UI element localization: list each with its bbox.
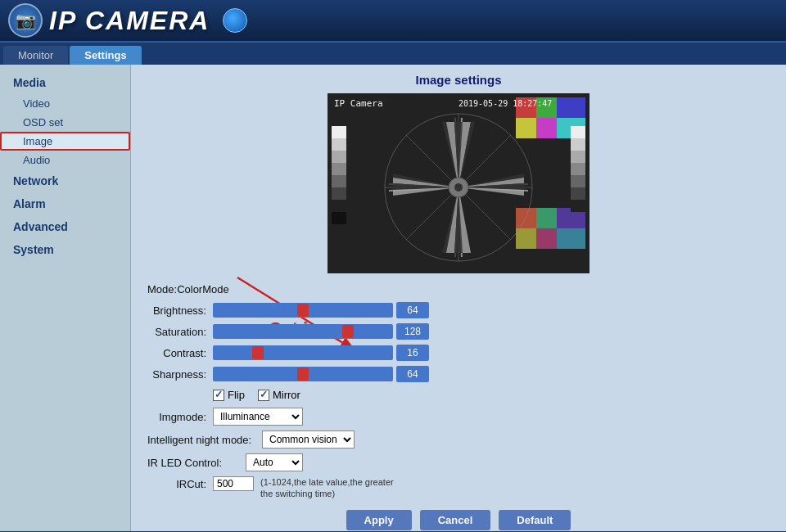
svg-rect-24 (332, 163, 346, 175)
saturation-slider[interactable] (213, 324, 393, 339)
sidebar-section-advanced[interactable]: Advanced (0, 215, 130, 238)
flip-checkbox[interactable] (213, 390, 224, 401)
ircut-input[interactable] (213, 476, 254, 491)
header: 📷 IP CAMERA (0, 0, 786, 43)
sidebar-section-network[interactable]: Network (0, 169, 130, 192)
saturation-thumb[interactable] (342, 325, 354, 338)
brightness-value: 64 (396, 302, 429, 318)
svg-rect-34 (571, 187, 585, 200)
tab-monitor[interactable]: Monitor (3, 46, 68, 65)
checkboxes-row: Flip Mirror (147, 389, 770, 401)
sidebar: Media Video OSD set Image Audio Network … (0, 65, 131, 531)
sharpness-thumb[interactable] (297, 367, 309, 381)
mirror-checkbox[interactable] (258, 390, 269, 401)
night-mode-select[interactable]: Common vision Smart night Auto (262, 431, 355, 449)
flip-label: Flip (228, 389, 245, 401)
sidebar-section-alarm[interactable]: Alarm (0, 192, 130, 215)
svg-text:2019-05-29 18:27:47: 2019-05-29 18:27:47 (458, 99, 552, 108)
contrast-value: 16 (396, 345, 429, 361)
svg-rect-23 (332, 151, 346, 163)
content-area: Set image Image settings (131, 65, 786, 531)
contrast-thumb[interactable] (252, 346, 264, 359)
apply-button[interactable]: Apply (346, 510, 412, 530)
svg-rect-28 (332, 212, 346, 224)
sidebar-item-image[interactable]: Image (0, 132, 130, 151)
logo: 📷 IP CAMERA (8, 3, 247, 38)
saturation-label: Saturation: (147, 326, 213, 338)
default-button[interactable]: Default (499, 510, 571, 530)
ircut-row: IRCut: (1-1024,the late value,the greate… (147, 476, 770, 500)
ircut-label: IRCut: (147, 476, 213, 490)
svg-rect-22 (332, 138, 346, 151)
svg-rect-35 (571, 200, 585, 212)
svg-rect-14 (536, 228, 557, 249)
ir-led-label: IR LED Control: (147, 457, 246, 469)
svg-point-37 (454, 183, 463, 192)
svg-rect-29 (571, 126, 585, 138)
sidebar-item-osdset[interactable]: OSD set (0, 113, 130, 132)
tab-settings[interactable]: Settings (70, 46, 141, 65)
sidebar-item-audio[interactable]: Audio (0, 151, 130, 169)
page-title: Image settings (147, 73, 770, 87)
brightness-thumb[interactable] (297, 304, 309, 317)
sharpness-slider[interactable] (213, 367, 393, 381)
svg-rect-10 (516, 208, 536, 228)
ircut-hint: (1-1024,the late value,the greater the s… (260, 476, 408, 500)
imgmode-label: Imgmode: (147, 411, 213, 423)
svg-rect-25 (332, 175, 346, 187)
mirror-label: Mirror (273, 389, 300, 401)
svg-rect-26 (332, 187, 346, 200)
flip-checkbox-item[interactable]: Flip (213, 389, 245, 401)
sidebar-item-video[interactable]: Video (0, 94, 130, 113)
camera-logo-icon: 📷 (8, 3, 43, 38)
brightness-slider[interactable] (213, 303, 393, 318)
svg-rect-21 (332, 126, 346, 138)
svg-rect-32 (571, 163, 585, 175)
svg-rect-6 (557, 97, 585, 118)
ir-led-row: IR LED Control: Auto Manual Off (147, 453, 770, 471)
svg-rect-27 (332, 200, 346, 212)
imgmode-row: Imgmode: Illuminance ColorMode Night (147, 408, 770, 426)
svg-rect-30 (571, 138, 585, 151)
mode-label: Mode:ColorMode (147, 283, 770, 295)
night-mode-label: Intelligent night mode: (147, 434, 262, 446)
nav-tabs: Monitor Settings (0, 43, 786, 65)
cancel-button[interactable]: Cancel (420, 510, 491, 530)
camera-preview: IP Camera 2019-05-29 18:27:47 (328, 93, 590, 273)
app-title: IP CAMERA (49, 6, 210, 36)
sharpness-label: Sharpness: (147, 368, 213, 381)
sidebar-section-media[interactable]: Media (0, 71, 130, 94)
contrast-label: Contrast: (147, 347, 213, 359)
svg-rect-11 (536, 208, 557, 228)
brightness-row: Brightness: 64 (147, 302, 770, 318)
sidebar-section-system[interactable]: System (0, 238, 130, 261)
globe-icon (223, 8, 247, 33)
svg-rect-8 (536, 118, 557, 138)
action-buttons: Apply Cancel Default (147, 510, 770, 530)
mirror-checkbox-item[interactable]: Mirror (258, 389, 300, 401)
ir-led-select[interactable]: Auto Manual Off (246, 453, 303, 471)
saturation-value: 128 (396, 323, 429, 340)
main-layout: Media Video OSD set Image Audio Network … (0, 65, 786, 531)
sharpness-value: 64 (396, 366, 429, 382)
svg-rect-33 (571, 175, 585, 187)
svg-rect-31 (571, 151, 585, 163)
imgmode-select[interactable]: Illuminance ColorMode Night (213, 408, 303, 426)
night-mode-row: Intelligent night mode: Common vision Sm… (147, 431, 770, 449)
brightness-label: Brightness: (147, 304, 213, 317)
contrast-slider[interactable] (213, 345, 393, 360)
svg-rect-7 (516, 118, 536, 138)
contrast-row: Contrast: 16 (147, 345, 770, 361)
svg-rect-13 (516, 228, 536, 249)
svg-rect-15 (557, 228, 585, 249)
sharpness-row: Sharpness: 64 (147, 366, 770, 382)
svg-text:IP Camera: IP Camera (334, 98, 383, 109)
saturation-row: Saturation: 128 (147, 323, 770, 340)
